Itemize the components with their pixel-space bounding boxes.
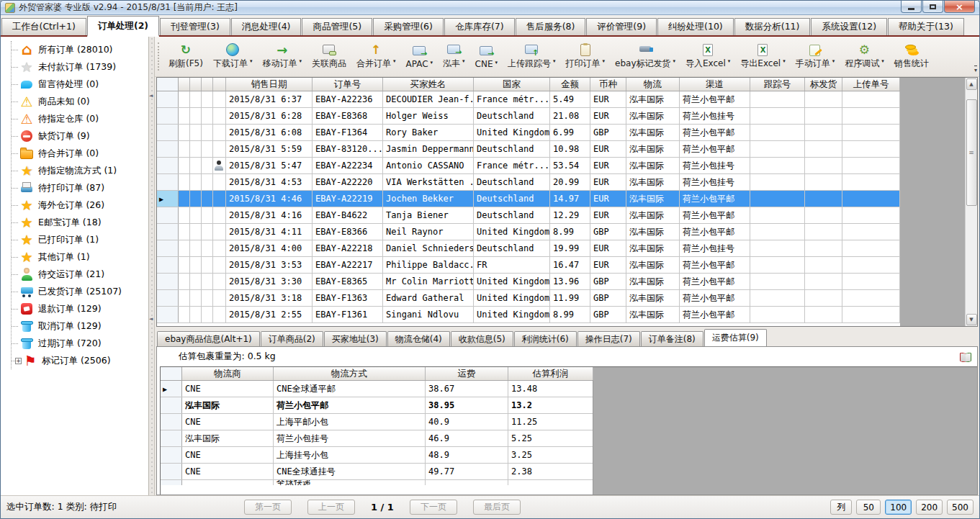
sidebar-item-16[interactable]: 取消订单 (129) (12, 317, 148, 335)
dropdown-arrow-icon[interactable]: ▾ (783, 58, 786, 64)
page-size-200-button[interactable]: 200 (916, 500, 943, 515)
sidebar-item-12[interactable]: 其他订单 (1) (12, 248, 148, 266)
menu-tab-6[interactable]: 采购管理(6) (373, 18, 444, 35)
sidebar-item-14[interactable]: 已发货订单 (25107) (12, 283, 148, 300)
order-row[interactable]: 2015/8/31 6:08EBAY-F1364Rory BakerUnited… (157, 125, 900, 141)
detail-tab-6[interactable]: 利润统计(6) (514, 331, 577, 346)
page-size-500-button[interactable]: 500 (947, 500, 974, 515)
order-row[interactable]: 2015/8/31 2:55EBAY-F1361Singani NdlovuUn… (157, 307, 900, 323)
order-row[interactable]: 2015/8/31 6:28EBAY-E8368Holger WeissDeut… (157, 108, 900, 125)
column-header-order_no[interactable]: 订单号 (313, 78, 383, 91)
column-header-flag-1[interactable] (190, 78, 202, 91)
column-header-flag-3[interactable] (213, 78, 226, 91)
order-row[interactable]: 2015/8/31 4:00EBAY-A22218Daniel Schniede… (157, 240, 900, 257)
sidebar-item-1[interactable]: 未付款订单 (1739) (12, 58, 148, 76)
sidebar-item-6[interactable]: 待合并订单 (0) (12, 145, 148, 162)
detail-tab-9[interactable]: 运费估算(9) (704, 329, 767, 346)
sidebar-item-18[interactable]: +标记订单 (2506) (12, 352, 148, 369)
sidebar-item-0[interactable]: 所有订单 (28010) (12, 41, 148, 58)
column-header-channel[interactable]: 渠道 (680, 78, 750, 91)
scroll-up-icon[interactable]: ▲ (966, 78, 977, 90)
sidebar-item-13[interactable]: 待交运订单 (21) (12, 266, 148, 283)
toolbar-hongfeng-button[interactable]: 泓丰▾ (438, 41, 470, 72)
detail-tab-7[interactable]: 操作日志(7) (577, 331, 640, 346)
column-header-buyer[interactable]: 买家姓名 (383, 78, 474, 91)
ship-column-header-marker[interactable] (161, 367, 182, 380)
maximize-button[interactable] (922, 1, 943, 13)
menu-tab-10[interactable]: 纠纷处理(10) (657, 18, 734, 35)
order-row[interactable]: 2015/8/31 5:59EBAY-83120...Jasmin Depper… (157, 141, 900, 158)
sidebar-item-4[interactable]: 待指定仓库 (0) (12, 110, 148, 127)
detail-tab-2[interactable]: 订单商品(2) (261, 331, 323, 346)
shipping-option-row[interactable]: CNE上海挂号小包48.93.25 (161, 447, 593, 464)
toolbar-download-orders-button[interactable]: 下载订单▾ (208, 41, 258, 72)
expand-icon[interactable]: + (15, 358, 22, 364)
dropdown-arrow-icon[interactable]: ▾ (431, 60, 433, 66)
scroll-thumb[interactable]: ≡ (966, 99, 977, 206)
shipping-option-row[interactable]: CNECNE全球通挂号49.772.38 (161, 464, 593, 480)
toolbar-program-debug-button[interactable]: 程序调试▾ (840, 41, 889, 72)
toolbar-upload-tracking-button[interactable]: 上传跟踪号▾ (503, 41, 561, 72)
menu-tab-1[interactable]: 工作台(Ctrl+1) (1, 18, 86, 35)
detail-tab-1[interactable]: ebay商品信息(Alt+1) (157, 331, 260, 346)
detail-tab-8[interactable]: 订单备注(8) (641, 331, 703, 346)
order-row[interactable]: 2015/8/31 6:37EBAY-A22236DECOUDIER Jean-… (157, 91, 900, 108)
ship-column-header-profit[interactable]: 估算利润 (508, 367, 593, 380)
shipping-option-row[interactable]: 泓丰国际荷兰小包平邮38.9513.2 (161, 397, 593, 414)
menu-tab-8[interactable]: 售后服务(8) (516, 18, 586, 35)
order-row[interactable]: 2015/8/31 4:53EBAY-A22220VIA Werkstätten… (157, 174, 900, 191)
order-row[interactable]: 2015/8/31 4:16EBAY-B4622Tanja BienerDeut… (157, 207, 900, 224)
sidebar-splitter[interactable]: ◄ ◄ (149, 37, 155, 495)
dropdown-arrow-icon[interactable]: ▾ (832, 58, 835, 64)
dropdown-arrow-icon[interactable]: ▾ (728, 58, 731, 64)
toolbar-import-excel-button[interactable]: 导入Excel▾ (680, 41, 735, 72)
detail-tab-5[interactable]: 收款信息(5) (451, 331, 513, 346)
column-header-amount[interactable]: 金额 (550, 78, 590, 91)
dropdown-arrow-icon[interactable]: ▾ (553, 58, 556, 64)
dropdown-arrow-icon[interactable]: ▾ (393, 58, 396, 64)
menu-tab-7[interactable]: 仓库库存(7) (444, 18, 515, 35)
toolbar-overflow-button[interactable]: ▾ (974, 66, 977, 73)
column-header-country[interactable]: 国家 (474, 78, 550, 91)
last-page-button[interactable]: 最后页 (473, 500, 521, 515)
column-header-marker[interactable] (157, 78, 179, 91)
sidebar-item-9[interactable]: 海外仓订单 (26) (12, 197, 148, 214)
next-page-button[interactable]: 下一页 (410, 500, 457, 515)
toolbar-print-orders-button[interactable]: 打印订单▾ (561, 41, 611, 72)
sidebar-item-17[interactable]: 过期订单 (720) (12, 335, 148, 352)
menu-tab-2[interactable]: 订单处理(2) (87, 16, 159, 37)
vertical-scrollbar[interactable]: ▲ ≡ ▼ (965, 78, 977, 326)
dropdown-arrow-icon[interactable]: ▾ (603, 58, 606, 64)
menu-tab-3[interactable]: 刊登管理(3) (160, 18, 230, 35)
toolbar-export-excel-button[interactable]: 导出Excel▾ (735, 41, 790, 72)
minimize-button[interactable] (901, 1, 922, 13)
dropdown-arrow-icon[interactable]: ▾ (495, 60, 498, 66)
shipping-option-row[interactable]: CNE上海平邮小包40.911.25 (161, 414, 593, 430)
detail-tab-3[interactable]: 买家地址(3) (324, 331, 387, 346)
sidebar-item-5[interactable]: 缺货订单 (9) (12, 127, 148, 145)
dropdown-arrow-icon[interactable]: ▾ (673, 58, 676, 64)
dropdown-arrow-icon[interactable]: ▾ (250, 58, 253, 64)
dropdown-arrow-icon[interactable]: ▾ (299, 58, 302, 64)
dropdown-arrow-icon[interactable]: ▾ (462, 58, 465, 64)
ship-column-header-method[interactable]: 物流方式 (274, 367, 426, 380)
toolbar-apac-button[interactable]: APAC▾ (400, 42, 438, 71)
close-button[interactable]: × (944, 1, 975, 13)
columns-button[interactable]: 列 (830, 500, 852, 515)
page-size-50-button[interactable]: 50 (856, 500, 881, 515)
toolbar-manual-order-button[interactable]: 手动订单▾ (791, 41, 840, 72)
column-header-date[interactable]: 销售日期 (226, 78, 313, 91)
menu-tab-5[interactable]: 商品管理(5) (302, 18, 372, 35)
book-icon[interactable] (960, 353, 971, 361)
sidebar-item-8[interactable]: 待打印订单 (87) (12, 179, 148, 197)
menu-tab-12[interactable]: 系统设置(12) (811, 18, 887, 35)
prev-page-button[interactable]: 上一页 (307, 500, 355, 515)
column-header-currency[interactable]: 币种 (590, 78, 626, 91)
toolbar-refresh-button[interactable]: 刷新(F5) (163, 41, 208, 72)
sidebar-item-15[interactable]: 退款订单 (129) (12, 300, 148, 317)
sidebar-item-7[interactable]: 待指定物流方式 (1) (12, 162, 148, 179)
ship-column-header-fee[interactable]: 运费 (426, 367, 508, 380)
column-header-upload[interactable]: 上传单号 (842, 78, 900, 91)
menu-tab-11[interactable]: 数据分析(11) (734, 18, 811, 35)
column-header-flag-0[interactable] (179, 78, 190, 91)
